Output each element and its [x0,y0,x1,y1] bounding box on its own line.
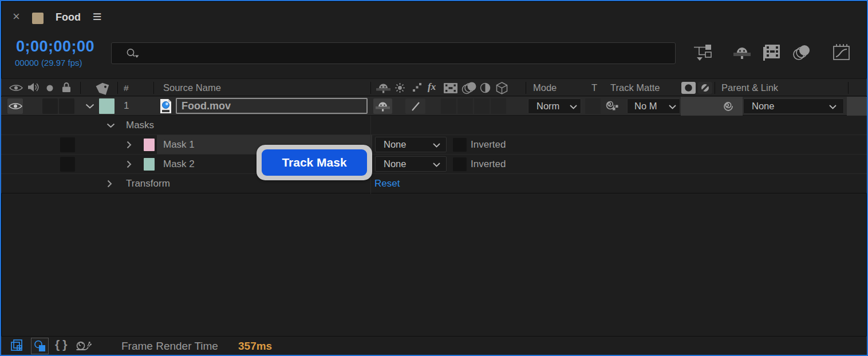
panel-tab-bar: × Food ≡ [1,1,867,34]
alpha-matte-icon [681,82,696,94]
mask-1-expander chevron-right-icon[interactable] [127,141,132,149]
mask-2-inverted-checkbox[interactable] [453,157,467,171]
frame-blending-icon[interactable] [763,44,781,61]
mask-1-inverted-checkbox[interactable] [453,138,467,152]
in-out-duration-pane-toggle braces-icon[interactable]: {} [55,338,70,351]
blend-mode-dropdown[interactable]: Norm [528,98,581,114]
header-divider [117,82,118,94]
header-divider [848,82,849,94]
column-track-matte[interactable]: Track Matte [610,82,660,93]
effects-column-icon: fx [428,81,436,93]
masks-expander chevron-down-icon[interactable] [106,123,115,128]
column-header-row: # Source Name fx [1,78,867,96]
mask-2-video-toggle[interactable] [60,157,75,172]
transform-reset-link[interactable]: Reset [374,178,400,189]
layer-shy-toggle[interactable] [373,98,392,114]
hide-shy-layers-icon[interactable] [733,46,751,60]
status-bar: {} Frame Render Time 357ms [1,336,867,355]
layer-frame-blend-toggle[interactable] [457,98,473,114]
row-end-cell [847,97,868,116]
3d-layer-column-icon [496,82,508,94]
eye-icon [8,102,23,110]
column-parent-link[interactable]: Parent & Link [721,82,778,93]
collapse-transformations-column-icon [394,82,405,93]
track-mask-button[interactable]: Track Mask [262,149,367,176]
track-mask-button-halo: Track Mask [257,145,372,180]
parent-dropdown[interactable]: None [743,98,844,114]
layer-visibility-toggle[interactable] [7,98,23,114]
column-number: # [124,83,129,93]
column-source-name[interactable]: Source Name [163,82,221,93]
transfer-controls-pane-toggle[interactable] [31,338,49,354]
track-matte-dropdown[interactable]: No M [627,98,680,114]
graph-editor-icon[interactable] [831,43,851,61]
layer-effects-toggle[interactable] [441,98,456,114]
header-divider [153,82,154,94]
header-divider [370,82,371,94]
panel-title[interactable]: Food [56,11,81,23]
close-icon[interactable]: × [13,9,20,24]
alpha-inverted-matte-icon [698,82,712,94]
search-input[interactable] [144,43,665,64]
transform-label[interactable]: Transform [126,178,170,189]
column-mode[interactable]: Mode [533,82,557,93]
layer-solo-toggle[interactable] [59,98,74,114]
current-timecode[interactable]: 0;00;00;00 [16,38,94,56]
layer-source-name-field[interactable]: Food.mov [176,98,368,114]
mask-2-mode-value: None [376,159,425,169]
search-icon [125,48,141,60]
masks-group-row[interactable]: Masks [1,116,867,135]
header-divider [715,82,715,94]
circle-square-icon [34,340,46,353]
layer-audio-toggle[interactable] [42,98,58,114]
layer-switches-pane-toggle stacked-squares-icon[interactable] [10,338,26,354]
masks-group-label[interactable]: Masks [126,120,154,131]
mask-1-row[interactable]: Mask 1 None Inverted [1,135,867,155]
chevron-down-icon [669,105,676,109]
timeline-panel: × Food ≡ 0;00;00;00 00000 (29.97 fps) [0,0,868,356]
layer-row[interactable]: 1 Food.mov Norm [1,97,867,116]
quality-slash-icon [411,101,420,112]
parent-pick-whip-icon[interactable] [722,100,735,113]
label-column-icon [94,81,110,95]
comp-label-swatch[interactable] [32,13,44,24]
mask-2-expander chevron-right-icon[interactable] [127,160,132,168]
mask-2-color-swatch[interactable] [144,158,155,171]
shy-column-icon [376,83,390,93]
header-divider [80,82,81,94]
mask-2-label[interactable]: Mask 2 [163,159,195,170]
parent-pick-whip-cell [681,97,743,116]
layer-motion-blur-toggle[interactable] [474,98,490,114]
comp-mini-flowchart-icon[interactable] [693,43,713,62]
mask-2-row[interactable]: Mask 2 None Inverted [1,155,867,174]
mask-1-label[interactable]: Mask 1 [163,139,195,151]
panel-menu-icon[interactable]: ≡ [93,8,102,26]
mask-1-video-toggle[interactable] [60,137,75,152]
header-divider [526,82,526,94]
layer-3d-toggle[interactable] [491,98,506,114]
search-box[interactable] [111,42,676,64]
chevron-down-icon [433,163,440,167]
transform-expander chevron-right-icon[interactable] [107,180,112,188]
layer-number: 1 [124,100,129,112]
frame-info: 00000 (29.97 fps) [15,58,82,68]
motion-blur-icon[interactable] [792,45,812,61]
track-matte-pick-whip-icon[interactable] [605,100,618,113]
transform-group-row[interactable]: Transform Reset [1,174,867,193]
preserve-transparency-toggle[interactable] [585,98,601,114]
video-column-icon [9,84,23,92]
mask-1-mode-value: None [376,139,425,150]
shy-icon [376,101,390,112]
layer-color-swatch[interactable] [99,98,115,114]
quicktime-file-icon [160,98,172,114]
mask-1-color-swatch[interactable] [144,139,155,151]
mask-2-mode-dropdown[interactable]: None [375,156,447,172]
mask-1-mode-dropdown[interactable]: None [375,137,447,152]
audio-column-icon [27,82,39,92]
render-time-pane-toggle snail-icon[interactable] [74,339,92,352]
frame-render-time-value: 357ms [238,340,272,353]
layer-quality-toggle[interactable] [405,98,425,114]
chevron-down-icon [433,143,440,148]
solo-column-icon [46,85,53,92]
layer-expander chevron-down-icon[interactable] [85,104,94,109]
